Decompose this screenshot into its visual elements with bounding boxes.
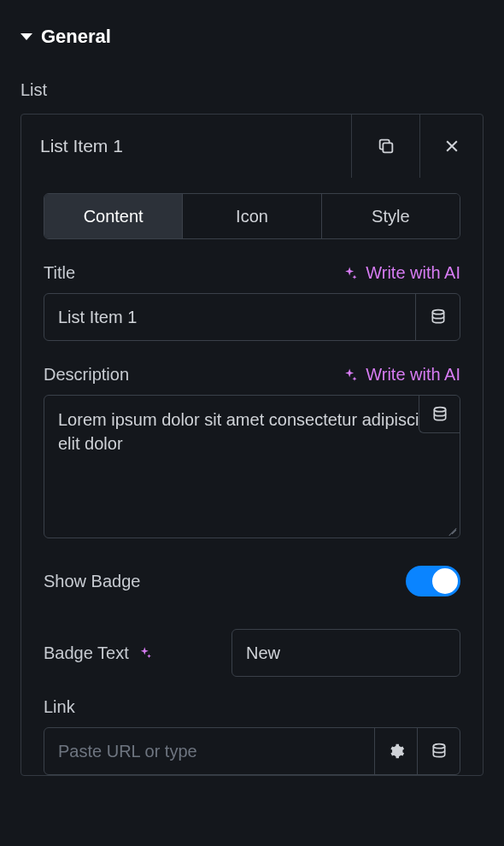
sparkle-icon — [342, 367, 359, 384]
title-input[interactable] — [44, 294, 415, 340]
duplicate-button[interactable] — [351, 115, 419, 178]
database-icon — [431, 406, 448, 423]
list-item-title[interactable]: List Item 1 — [21, 115, 351, 178]
close-icon — [443, 138, 460, 155]
tab-icon[interactable]: Icon — [182, 194, 320, 238]
badge-text-label: Badge Text — [44, 643, 129, 663]
ai-link-label: Write with AI — [366, 365, 460, 385]
tab-style[interactable]: Style — [321, 194, 460, 238]
tab-content[interactable]: Content — [44, 194, 182, 238]
database-icon — [431, 743, 448, 760]
list-label: List — [21, 56, 483, 110]
write-with-ai-title[interactable]: Write with AI — [342, 263, 460, 283]
section-header-general[interactable]: General — [21, 0, 483, 56]
close-button[interactable] — [419, 115, 483, 178]
description-label: Description — [44, 365, 129, 385]
ai-link-label: Write with AI — [366, 263, 460, 283]
caret-down-icon — [21, 33, 32, 40]
content-tabs: Content Icon Style — [44, 193, 460, 239]
list-item-block: List Item 1 Content Icon Style — [21, 114, 483, 776]
section-title: General — [41, 26, 111, 48]
link-input[interactable] — [44, 728, 374, 774]
title-input-group — [44, 293, 460, 341]
gear-icon — [388, 743, 405, 760]
link-settings-button[interactable] — [374, 728, 417, 774]
copy-icon — [377, 137, 396, 156]
title-label: Title — [44, 263, 75, 283]
svg-rect-0 — [383, 143, 392, 152]
link-label: Link — [44, 677, 460, 727]
description-textarea-wrap — [44, 395, 460, 538]
svg-point-4 — [433, 744, 444, 749]
description-textarea[interactable] — [44, 396, 460, 538]
badge-text-input[interactable] — [232, 630, 460, 676]
show-badge-toggle[interactable] — [406, 566, 460, 596]
link-input-group — [44, 727, 460, 775]
svg-point-1 — [432, 310, 443, 314]
badge-text-input-group — [231, 629, 460, 677]
database-icon — [430, 308, 447, 326]
sparkle-icon — [138, 645, 153, 661]
write-with-ai-description[interactable]: Write with AI — [342, 365, 460, 385]
toggle-knob — [432, 568, 458, 594]
link-dynamic-button[interactable] — [417, 728, 460, 774]
description-dynamic-button[interactable] — [419, 396, 460, 433]
show-badge-label: Show Badge — [44, 572, 140, 591]
svg-point-2 — [434, 407, 445, 411]
title-dynamic-button[interactable] — [415, 294, 460, 340]
sparkle-icon — [342, 265, 359, 282]
